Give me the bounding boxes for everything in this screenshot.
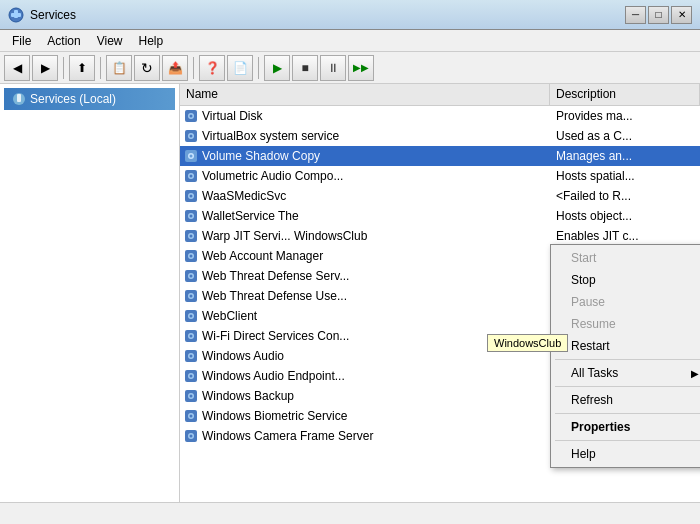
minimize-button[interactable]: ─	[625, 6, 646, 24]
service-icon	[184, 189, 198, 203]
ctx-item-all-tasks[interactable]: All Tasks▶	[551, 362, 700, 384]
svg-point-49	[190, 395, 193, 398]
svg-point-34	[190, 295, 193, 298]
ctx-item-label: All Tasks	[571, 366, 618, 380]
toolbar-stop[interactable]: ■	[292, 55, 318, 81]
svg-point-22	[190, 215, 193, 218]
window-title: Services	[30, 8, 76, 22]
service-icon	[184, 209, 198, 223]
toolbar-back[interactable]: ◀	[4, 55, 30, 81]
service-row[interactable]: Volumetric Audio Compo...Hosts spatial..…	[180, 166, 700, 186]
toolbar-copy[interactable]: 📋	[106, 55, 132, 81]
toolbar-sep-4	[258, 57, 259, 79]
ctx-item-start: Start	[551, 247, 700, 269]
svg-point-10	[190, 135, 193, 138]
toolbar-start[interactable]: ▶	[264, 55, 290, 81]
svg-rect-4	[17, 94, 21, 102]
service-row[interactable]: VirtualBox system serviceUsed as a C...	[180, 126, 700, 146]
toolbar-forward[interactable]: ▶	[32, 55, 58, 81]
menu-view[interactable]: View	[89, 32, 131, 50]
toolbar-sep-2	[100, 57, 101, 79]
svg-point-40	[190, 335, 193, 338]
ctx-item-label: Start	[571, 251, 596, 265]
toolbar-prop[interactable]: 📄	[227, 55, 253, 81]
service-icon	[184, 229, 198, 243]
toolbar-help[interactable]: ❓	[199, 55, 225, 81]
ctx-item-label: Help	[571, 447, 596, 461]
service-desc-label: Hosts object...	[556, 209, 696, 223]
service-icon	[184, 269, 198, 283]
ctx-submenu-arrow: ▶	[691, 368, 699, 379]
ctx-item-properties[interactable]: Properties	[551, 416, 700, 438]
col-header-desc[interactable]: Description	[550, 84, 700, 105]
ctx-separator	[555, 413, 700, 414]
ctx-item-restart[interactable]: Restart	[551, 335, 700, 357]
service-desc-label: Used as a C...	[556, 129, 696, 143]
svg-point-31	[190, 275, 193, 278]
menu-action[interactable]: Action	[39, 32, 88, 50]
service-name-label: Web Threat Defense Serv...	[202, 269, 556, 283]
service-name-label: Windows Audio Endpoint...	[202, 369, 556, 383]
service-desc-label: Manages an...	[556, 149, 696, 163]
service-name-label: Volume Shadow Copy	[202, 149, 556, 163]
service-icon	[184, 149, 198, 163]
toolbar-refresh[interactable]: ↻	[134, 55, 160, 81]
menu-help[interactable]: Help	[131, 32, 172, 50]
ctx-item-help[interactable]: Help	[551, 443, 700, 465]
service-row[interactable]: WalletService TheHosts object...	[180, 206, 700, 226]
menu-file[interactable]: File	[4, 32, 39, 50]
ctx-item-label: Restart	[571, 339, 610, 353]
service-desc-label: Enables JIT c...	[556, 229, 696, 243]
service-icon	[184, 329, 198, 343]
ctx-item-label: Refresh	[571, 393, 613, 407]
service-desc-label: Hosts spatial...	[556, 169, 696, 183]
ctx-item-refresh[interactable]: Refresh	[551, 389, 700, 411]
col-header-name[interactable]: Name	[180, 84, 550, 105]
toolbar-resume[interactable]: ▶▶	[348, 55, 374, 81]
svg-point-16	[190, 175, 193, 178]
service-name-label: Web Account Manager	[202, 249, 556, 263]
toolbar-export[interactable]: 📤	[162, 55, 188, 81]
service-row[interactable]: Virtual DiskProvides ma...	[180, 106, 700, 126]
svg-point-43	[190, 355, 193, 358]
service-icon	[184, 169, 198, 183]
svg-point-55	[190, 435, 193, 438]
sidebar-header: Services (Local)	[4, 88, 175, 110]
services-pane: Name Description Virtual DiskProvides ma…	[180, 84, 700, 502]
window-controls: ─ □ ✕	[625, 6, 692, 24]
status-bar	[0, 502, 700, 524]
toolbar-sep-3	[193, 57, 194, 79]
title-bar: Services ─ □ ✕	[0, 0, 700, 30]
ctx-item-stop[interactable]: Stop	[551, 269, 700, 291]
svg-point-28	[190, 255, 193, 258]
svg-point-37	[190, 315, 193, 318]
svg-point-46	[190, 375, 193, 378]
maximize-button[interactable]: □	[648, 6, 669, 24]
toolbar-sep-1	[63, 57, 64, 79]
service-icon	[184, 309, 198, 323]
svg-point-7	[190, 115, 193, 118]
sidebar-label: Services (Local)	[30, 92, 116, 106]
service-icon	[184, 249, 198, 263]
ctx-item-label: Pause	[571, 295, 605, 309]
context-menu: StartStopPauseResumeRestartAll Tasks▶Ref…	[550, 244, 700, 468]
service-name-label: Volumetric Audio Compo...	[202, 169, 556, 183]
service-name-label: VirtualBox system service	[202, 129, 556, 143]
service-name-label: WebClient	[202, 309, 556, 323]
service-row[interactable]: Warp JIT Servi... WindowsClubEnables JIT…	[180, 226, 700, 246]
service-row[interactable]: WaaSMedicSvc<Failed to R...	[180, 186, 700, 206]
ctx-separator	[555, 440, 700, 441]
toolbar-pause[interactable]: ⏸	[320, 55, 346, 81]
service-icon	[184, 129, 198, 143]
service-name-label: Windows Biometric Service	[202, 409, 556, 423]
ctx-item-resume: Resume	[551, 313, 700, 335]
ctx-item-label: Stop	[571, 273, 596, 287]
service-row[interactable]: Volume Shadow CopyManages an...	[180, 146, 700, 166]
close-button[interactable]: ✕	[671, 6, 692, 24]
sidebar: Services (Local)	[0, 84, 180, 502]
toolbar-up[interactable]: ⬆	[69, 55, 95, 81]
service-icon	[184, 109, 198, 123]
sidebar-icon	[12, 92, 26, 106]
service-icon	[184, 349, 198, 363]
service-name-label: Windows Camera Frame Server	[202, 429, 556, 443]
